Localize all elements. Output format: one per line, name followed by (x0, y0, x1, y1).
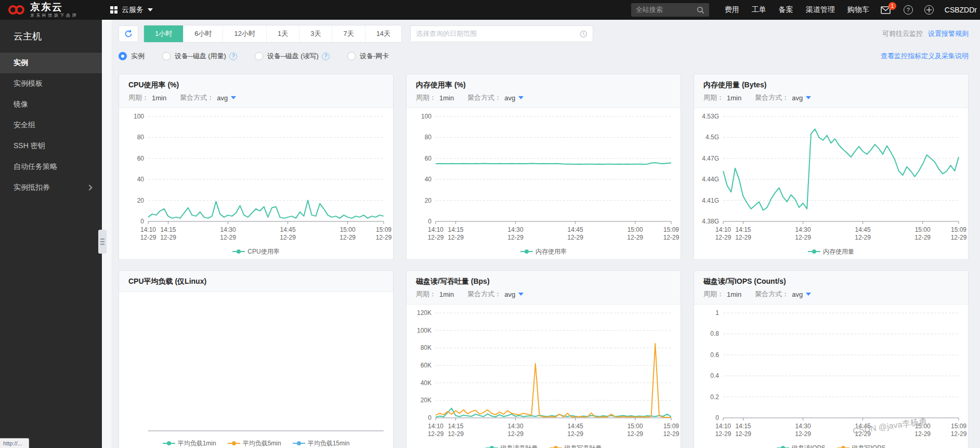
time-button-7d[interactable]: 7天 (332, 25, 364, 42)
chart-title: 内存使用量 (Bytes) (703, 81, 959, 90)
agg-dropdown[interactable]: avg (214, 94, 236, 102)
agg-dropdown[interactable]: avg (789, 94, 811, 102)
set-alarm-rules-link[interactable]: 设置报警规则 (928, 29, 969, 38)
nav-channel[interactable]: 渠道管理 (806, 5, 835, 15)
account-username[interactable]: CSBZDDr (945, 6, 977, 14)
sidebar-collapse-handle[interactable] (98, 230, 107, 254)
legend-marker-icon (486, 445, 498, 448)
date-range-input[interactable]: 选择查询的日期范围 (410, 25, 593, 42)
help-circle-icon[interactable]: ? (322, 52, 330, 60)
time-range-toolbar: 1小时 6小时 12小时 1天 3天 7天 14天 选择查询的日期范围 可前往云… (119, 25, 969, 43)
svg-text:15:09: 15:09 (376, 226, 391, 233)
filter-device-disk-rw[interactable]: 设备--磁盘 (读写) ? (255, 51, 330, 61)
jdcloud-logo[interactable]: 京东云 京东科技旗下品牌 (7, 2, 78, 18)
agg-label: 聚合方式： (467, 93, 501, 102)
nav-cart[interactable]: 购物车 (847, 5, 869, 15)
sidebar-item-instances[interactable]: 实例 (0, 52, 102, 73)
time-button-12h[interactable]: 12小时 (223, 25, 266, 42)
charts-grid: CPU使用率 (%) 周期： 1min 聚合方式： avg 1008060402… (119, 74, 969, 448)
agg-label: 聚合方式： (755, 93, 789, 102)
agg-dropdown[interactable]: avg (501, 94, 524, 102)
svg-text:12-29: 12-29 (715, 430, 731, 438)
time-button-1d[interactable]: 1天 (266, 25, 299, 42)
svg-text:14:10: 14:10 (140, 226, 156, 233)
svg-text:0: 0 (715, 414, 719, 421)
messages-button[interactable]: 1 (881, 6, 891, 14)
chart-legend: 磁盘读IOPS 磁盘写IOPS (694, 442, 968, 448)
period-value: 1min (439, 94, 454, 102)
refresh-button[interactable] (119, 25, 138, 42)
legend-item[interactable]: 内存使用率 (520, 247, 567, 256)
nav-ticket[interactable]: 工单 (752, 5, 766, 15)
svg-text:15:09: 15:09 (951, 226, 966, 233)
legend-label: 平均负载15min (308, 439, 350, 448)
legend-item[interactable]: 磁盘读吞吐量 (486, 444, 538, 448)
svg-text:14:30: 14:30 (220, 226, 236, 233)
legend-item[interactable]: 平均负载5min (228, 439, 281, 448)
cloud-monitor-hint: 可前往云监控 (882, 29, 923, 38)
svg-text:0.8: 0.8 (710, 330, 719, 337)
chart-header: CPU平均负载 (仅Linux) (119, 271, 393, 292)
help-circle-icon[interactable]: ? (229, 52, 237, 60)
agg-dropdown[interactable]: avg (789, 291, 811, 298)
chart-canvas: 120K100K80K60K40K20K014:1012-2914:1512-2… (407, 306, 681, 442)
globe-icon (926, 7, 932, 13)
radio-icon (162, 52, 171, 60)
sidebar-item-instance-voucher[interactable]: 实例抵扣券 (0, 177, 102, 198)
svg-text:12-29: 12-29 (663, 234, 680, 241)
time-button-14d[interactable]: 14天 (365, 25, 401, 42)
svg-text:12-29: 12-29 (627, 430, 643, 438)
sidebar-title: 云主机 (0, 20, 102, 52)
svg-text:60K: 60K (421, 362, 432, 369)
svg-text:14:10: 14:10 (715, 226, 731, 233)
chart-title: CPU平均负载 (仅Linux) (128, 277, 384, 286)
sidebar-item-auto-task-policy[interactable]: 自动任务策略 (0, 156, 102, 177)
legend-item[interactable]: 内存使用量 (808, 247, 854, 256)
region-button[interactable] (924, 5, 934, 15)
svg-text:12-29: 12-29 (735, 430, 751, 438)
legend-item[interactable]: 磁盘读IOPS (777, 444, 826, 448)
chart-canvas: 10080604020014:1012-2914:1512-2914:3012-… (407, 109, 681, 245)
filter-instance[interactable]: 实例 (119, 51, 145, 61)
sidebar-item-ssh-keys[interactable]: SSH 密钥 (0, 136, 102, 156)
svg-text:14:15: 14:15 (448, 423, 463, 430)
agg-value: avg (504, 94, 515, 102)
legend-item[interactable]: 平均负载1min (163, 439, 216, 448)
nav-billing[interactable]: 费用 (725, 5, 739, 15)
sidebar-item-images[interactable]: 镜像 (0, 94, 102, 115)
logo-text: 京东云 京东科技旗下品牌 (30, 2, 78, 18)
cloud-services-menu[interactable]: 云服务 (110, 5, 153, 15)
legend-label: 磁盘读IOPS (792, 444, 826, 448)
svg-text:100: 100 (421, 113, 432, 120)
svg-text:12-29: 12-29 (220, 234, 236, 241)
period-label: 周期： (128, 93, 149, 102)
metric-definition-link[interactable]: 查看监控指标定义及采集说明 (881, 51, 969, 61)
filter-device-disk-usage[interactable]: 设备--磁盘 (用量) ? (162, 51, 237, 61)
legend-item[interactable]: 磁盘写IOPS (837, 444, 886, 448)
help-button[interactable]: ? (904, 5, 913, 15)
agg-value: avg (792, 291, 803, 298)
nav-icp[interactable]: 备案 (779, 5, 793, 15)
global-search-input[interactable]: 全站搜索 (631, 3, 709, 17)
filter-device-nic[interactable]: 设备-网卡 (347, 51, 389, 61)
svg-text:14:15: 14:15 (735, 226, 751, 233)
svg-text:14:45: 14:45 (568, 423, 583, 430)
legend-item[interactable]: CPU使用率 (232, 247, 279, 256)
svg-text:14:45: 14:45 (280, 226, 296, 233)
legend-item[interactable]: 磁盘写吞吐量 (550, 444, 602, 448)
sidebar-item-security-groups[interactable]: 安全组 (0, 115, 102, 136)
agg-value: avg (792, 94, 803, 102)
search-placeholder: 全站搜索 (636, 5, 697, 15)
time-button-1h[interactable]: 1小时 (144, 25, 183, 42)
svg-text:4.44G: 4.44G (702, 176, 719, 183)
agg-dropdown[interactable]: avg (501, 291, 524, 298)
svg-text:14:30: 14:30 (508, 423, 524, 430)
sidebar-item-instance-templates[interactable]: 实例模板 (0, 73, 102, 94)
svg-text:80: 80 (425, 134, 432, 141)
time-button-6h[interactable]: 6小时 (183, 25, 223, 42)
chart-card-cpu-usage: CPU使用率 (%) 周期： 1min 聚合方式： avg 1008060402… (119, 74, 394, 260)
time-button-3d[interactable]: 3天 (299, 25, 332, 42)
svg-text:14:15: 14:15 (448, 226, 463, 233)
legend-item[interactable]: 平均负载15min (293, 439, 350, 448)
svg-text:12-29: 12-29 (567, 234, 583, 241)
